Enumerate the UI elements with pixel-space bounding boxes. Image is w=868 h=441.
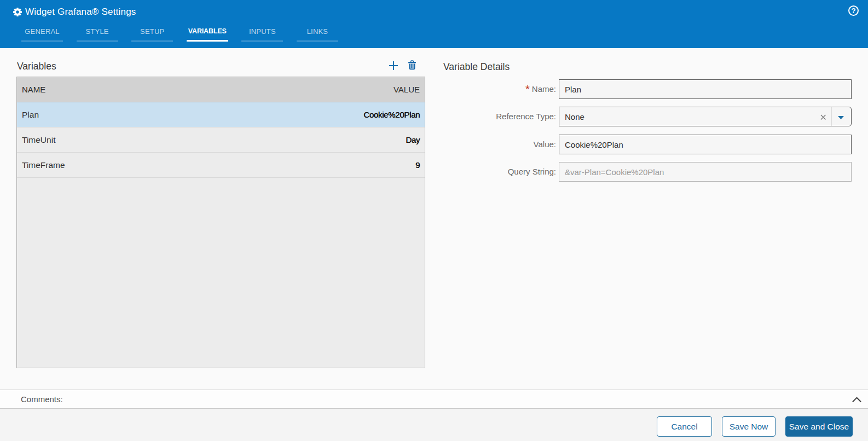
row-value: Day [406, 135, 420, 144]
caret-down-icon [838, 116, 844, 119]
reference-type-label: Reference Type: [438, 107, 556, 126]
required-asterisk: * [525, 83, 530, 95]
tab-inputs[interactable]: INPUTS [241, 25, 283, 42]
gear-icon [13, 8, 22, 16]
row-name: TimeUnit [22, 135, 55, 145]
form-row-query-string: Query String: [438, 162, 852, 182]
name-label: *Name: [438, 79, 556, 99]
variables-panel-title: Variables [17, 61, 56, 72]
dialog-title: Widget Grafana® Settings [25, 7, 136, 18]
clear-icon[interactable] [820, 114, 826, 120]
row-name: TimeFrame [22, 160, 65, 170]
form-row-name: *Name: [438, 79, 852, 99]
form-row-value: Value: [438, 135, 852, 154]
table-row[interactable]: Plan Cookie%20Plan [17, 102, 425, 127]
column-header-value: VALUE [394, 85, 420, 94]
tab-bar: GENERAL STYLE SETUP VARIABLES INPUTS LIN… [21, 25, 352, 42]
query-string-input [559, 162, 852, 182]
value-input[interactable] [559, 135, 852, 154]
value-label: Value: [438, 135, 556, 154]
column-header-name: NAME [22, 85, 45, 94]
comments-label: Comments: [21, 390, 63, 408]
row-name: Plan [22, 110, 39, 120]
tab-setup[interactable]: SETUP [131, 25, 173, 42]
add-variable-icon[interactable] [389, 61, 398, 71]
tab-variables[interactable]: VARIABLES [187, 25, 228, 42]
reference-type-input[interactable] [559, 107, 831, 126]
dropdown-button[interactable] [831, 107, 852, 126]
row-value: 9 [415, 160, 420, 170]
comments-section: Comments: [0, 390, 868, 409]
chevron-up-icon[interactable] [852, 396, 861, 404]
variables-table-header: NAME VALUE [17, 77, 425, 102]
query-string-label: Query String: [438, 162, 556, 182]
help-icon[interactable]: ? [848, 5, 859, 16]
svg-text:?: ? [852, 7, 856, 15]
footer-bar: Cancel Save Now Save and Close [0, 409, 868, 441]
tab-style[interactable]: STYLE [77, 25, 118, 42]
tab-general[interactable]: GENERAL [21, 25, 63, 42]
delete-variable-icon[interactable] [408, 60, 416, 70]
form-row-reference-type: Reference Type: [438, 107, 852, 126]
row-value: Cookie%20Plan [363, 110, 420, 119]
table-row[interactable]: TimeFrame 9 [17, 153, 425, 178]
table-row[interactable]: TimeUnit Day [17, 127, 425, 153]
tab-links[interactable]: LINKS [297, 25, 338, 42]
details-panel-title: Variable Details [443, 61, 510, 73]
reference-type-combobox [559, 107, 852, 126]
variables-table: NAME VALUE Plan Cookie%20Plan TimeUnit D… [16, 77, 425, 368]
dialog-header: Widget Grafana® Settings ? GENERAL STYLE… [0, 0, 868, 48]
name-input[interactable] [559, 79, 852, 99]
save-now-button[interactable]: Save Now [722, 416, 776, 437]
cancel-button[interactable]: Cancel [657, 416, 712, 437]
save-and-close-button[interactable]: Save and Close [785, 416, 853, 437]
